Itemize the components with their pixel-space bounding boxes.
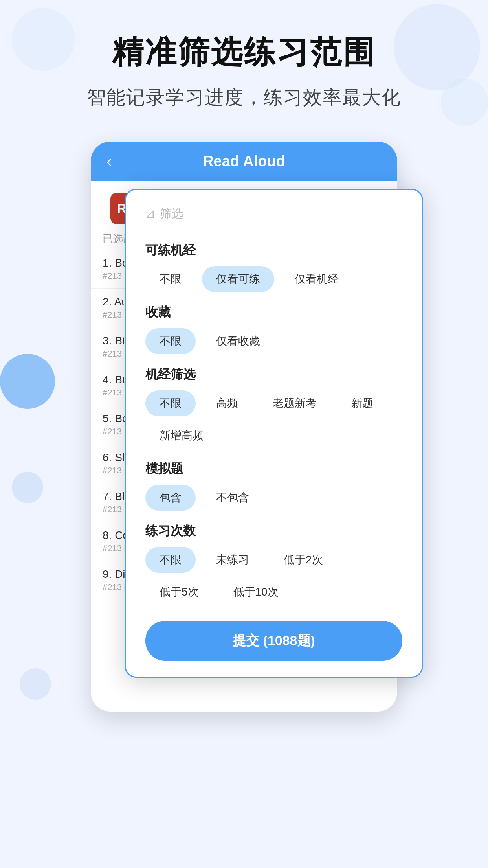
filter-btn-未练习[interactable]: 未练习	[202, 547, 263, 573]
filter-btn-新题[interactable]: 新题	[337, 390, 387, 416]
header-section: 精准筛选练习范围 智能记录学习进度，练习效率最大化	[0, 0, 488, 126]
back-icon[interactable]: ‹	[106, 153, 112, 170]
page-subtitle: 智能记录学习进度，练习效率最大化	[0, 85, 488, 110]
filter-btn-包含[interactable]: 包含	[145, 485, 196, 511]
filter-section-shoucang: 收藏不限仅看收藏	[145, 304, 402, 354]
filter-funnel-icon: ⊿	[145, 207, 155, 221]
filter-btn-不限[interactable]: 不限	[145, 328, 196, 354]
filter-btn-不限[interactable]: 不限	[145, 266, 196, 292]
filter-options-shoucang: 不限仅看收藏	[145, 328, 402, 354]
filter-section-title-jijing_filter: 机经筛选	[145, 366, 402, 383]
filter-modal: ⊿ 筛选 可练机经不限仅看可练仅看机经收藏不限仅看收藏机经筛选不限高频老题新考新…	[125, 189, 423, 678]
deco-blob-left-low	[12, 472, 43, 503]
filter-btn-仅看可练[interactable]: 仅看可练	[202, 266, 274, 292]
filter-btn-低于5次[interactable]: 低于5次	[145, 579, 213, 605]
filter-sections-container: 可练机经不限仅看可练仅看机经收藏不限仅看收藏机经筛选不限高频老题新考新题新增高频…	[145, 242, 402, 605]
filter-btn-老题新考[interactable]: 老题新考	[259, 390, 331, 416]
filter-btn-不限[interactable]: 不限	[145, 390, 196, 416]
page-title: 精准筛选练习范围	[0, 31, 488, 74]
filter-section-practice_count: 练习次数不限未练习低于2次低于5次低于10次	[145, 522, 402, 605]
deco-blob-left-lowest	[20, 668, 51, 700]
filter-btn-不限[interactable]: 不限	[145, 547, 196, 573]
filter-header: ⊿ 筛选	[145, 206, 402, 230]
filter-section-title-practice_count: 练习次数	[145, 522, 402, 540]
filter-btn-不包含[interactable]: 不包含	[202, 485, 263, 511]
phone-container: ‹ Read Aloud RA 已选题目 0 1. Book ch #213 2…	[67, 142, 421, 712]
filter-section-jijing_filter: 机经筛选不限高频老题新考新题新增高频	[145, 366, 402, 449]
filter-section-moni: 模拟题包含不包含	[145, 460, 402, 511]
filter-section-title-shoucang: 收藏	[145, 304, 402, 321]
filter-options-moni: 包含不包含	[145, 485, 402, 511]
filter-options-practice_count: 不限未练习低于2次低于5次低于10次	[145, 547, 402, 605]
deco-blob-left-mid	[0, 354, 55, 409]
filter-section-title-moni: 模拟题	[145, 460, 402, 478]
filter-section-title-jijing: 可练机经	[145, 242, 402, 259]
filter-title: 筛选	[160, 206, 183, 222]
filter-submit-button[interactable]: 提交 (1088题)	[145, 621, 402, 661]
filter-btn-仅看收藏[interactable]: 仅看收藏	[202, 328, 274, 354]
filter-btn-新增高频[interactable]: 新增高频	[145, 423, 218, 449]
filter-section-jijing: 可练机经不限仅看可练仅看机经	[145, 242, 402, 292]
filter-btn-低于10次[interactable]: 低于10次	[219, 579, 293, 605]
filter-btn-仅看机经[interactable]: 仅看机经	[281, 266, 353, 292]
filter-options-jijing: 不限仅看可练仅看机经	[145, 266, 402, 292]
app-header-title: Read Aloud	[203, 153, 285, 170]
filter-options-jijing_filter: 不限高频老题新考新题新增高频	[145, 390, 402, 449]
app-header: ‹ Read Aloud	[91, 142, 397, 181]
filter-btn-高频[interactable]: 高频	[202, 390, 252, 416]
filter-btn-低于2次[interactable]: 低于2次	[270, 547, 337, 573]
